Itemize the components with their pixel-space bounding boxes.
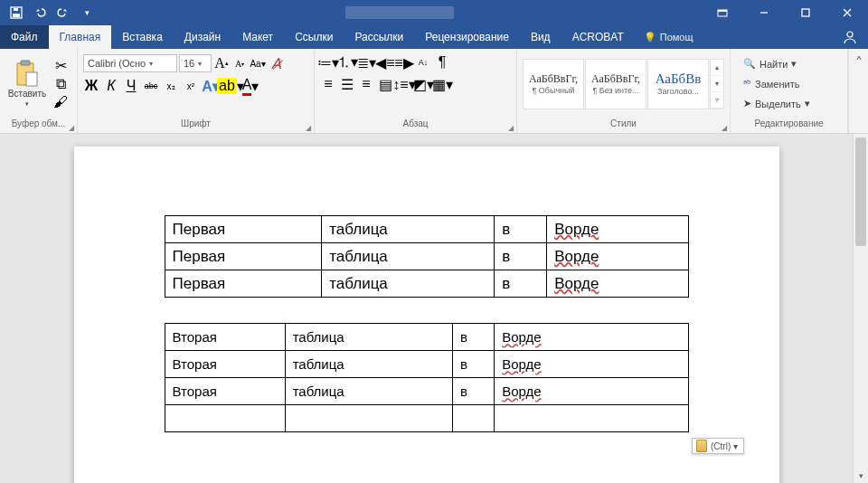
maximize-button[interactable] bbox=[785, 0, 826, 25]
group-styles: АаБбВвГг,¶ Обычный АаБбВвГг,¶ Без инте..… bbox=[517, 49, 731, 133]
strike-button[interactable]: abc bbox=[143, 78, 159, 94]
group-title-paragraph: Абзац◢ bbox=[315, 118, 516, 133]
workspace: Первая таблица в Ворде Первая таблица в … bbox=[0, 134, 868, 483]
table-row[interactable]: Вторая таблица в Ворде bbox=[165, 378, 688, 405]
find-button[interactable]: 🔍Найти ▾ bbox=[740, 55, 814, 73]
font-name-combo[interactable]: Calibri (Осно▾ bbox=[83, 54, 177, 72]
group-title-clipboard: Буфер обм...◢ bbox=[0, 118, 77, 133]
tab-references[interactable]: Ссылки bbox=[284, 25, 344, 49]
page[interactable]: Первая таблица в Ворде Первая таблица в … bbox=[74, 147, 779, 483]
account-button[interactable] bbox=[832, 25, 868, 49]
document-area[interactable]: Первая таблица в Ворде Первая таблица в … bbox=[0, 134, 853, 483]
tab-review[interactable]: Рецензирование bbox=[414, 25, 520, 49]
cut-button[interactable]: ✂ bbox=[52, 58, 69, 74]
subscript-button[interactable]: x₂ bbox=[163, 78, 179, 94]
numbering-button[interactable]: ⒈▾ bbox=[339, 54, 355, 71]
superscript-button[interactable]: x² bbox=[183, 78, 199, 94]
decrease-indent-button[interactable]: ◀≡ bbox=[377, 54, 393, 71]
format-painter-button[interactable]: 🖌 bbox=[52, 94, 69, 110]
styles-gallery[interactable]: АаБбВвГг,¶ Обычный АаБбВвГг,¶ Без инте..… bbox=[523, 54, 724, 114]
svg-rect-2 bbox=[14, 8, 18, 11]
tab-view[interactable]: Вид bbox=[520, 25, 561, 49]
tab-layout[interactable]: Макет bbox=[231, 25, 284, 49]
font-size-combo[interactable]: 16▾ bbox=[179, 54, 212, 72]
font-dialog-launcher[interactable]: ◢ bbox=[306, 124, 311, 132]
style-no-spacing[interactable]: АаБбВвГг,¶ Без инте... bbox=[585, 59, 646, 109]
tab-file[interactable]: Файл bbox=[0, 25, 49, 49]
justify-button[interactable]: ▤ bbox=[377, 76, 393, 92]
clipboard-dialog-launcher[interactable]: ◢ bbox=[69, 124, 74, 132]
svg-rect-1 bbox=[13, 14, 20, 17]
minimize-button[interactable] bbox=[743, 0, 785, 25]
cursor-icon: ➤ bbox=[743, 98, 751, 109]
table-row[interactable]: Первая таблица в Ворде bbox=[165, 216, 688, 243]
svg-rect-11 bbox=[21, 61, 30, 65]
select-button[interactable]: ➤Выделить ▾ bbox=[740, 95, 814, 113]
paste-icon bbox=[15, 60, 39, 87]
table-row[interactable]: Вторая таблица в Ворде bbox=[165, 351, 688, 378]
font-color-button[interactable]: A▾ bbox=[242, 78, 259, 94]
show-marks-button[interactable]: ¶ bbox=[434, 54, 450, 71]
change-case-button[interactable]: Aa▾ bbox=[250, 55, 266, 71]
increase-indent-button[interactable]: ≡▶ bbox=[396, 54, 412, 71]
tab-acrobat[interactable]: ACROBAT bbox=[561, 25, 635, 49]
scroll-down-button[interactable]: ▾ bbox=[854, 468, 868, 483]
redo-button[interactable] bbox=[52, 2, 74, 24]
qat-customize-button[interactable]: ▾ bbox=[76, 2, 98, 24]
tab-insert[interactable]: Вставка bbox=[111, 25, 174, 49]
ribbon-display-button[interactable] bbox=[702, 0, 743, 25]
tab-design[interactable]: Дизайн bbox=[174, 25, 231, 49]
shading-button[interactable]: ◩▾ bbox=[415, 76, 431, 92]
vertical-scrollbar[interactable]: ▴ ▾ bbox=[853, 134, 868, 483]
align-left-button[interactable]: ≡ bbox=[320, 76, 336, 92]
table-row[interactable] bbox=[165, 405, 688, 432]
underline-button[interactable]: Ч bbox=[123, 78, 139, 94]
window-controls bbox=[702, 0, 868, 25]
scroll-thumb[interactable] bbox=[855, 137, 866, 246]
replace-button[interactable]: ᵃᵇЗаменить bbox=[740, 75, 814, 93]
table-2[interactable]: Вторая таблица в Ворде Вторая таблица в … bbox=[165, 323, 689, 432]
grow-font-button[interactable]: A▴ bbox=[213, 55, 230, 71]
style-heading1[interactable]: АаБбВвЗаголово... bbox=[647, 59, 709, 109]
align-right-button[interactable]: ≡ bbox=[358, 76, 374, 92]
copy-button[interactable]: ⧉ bbox=[52, 76, 69, 92]
table-row[interactable]: Первая таблица в Ворде bbox=[165, 243, 688, 270]
shrink-font-button[interactable]: A▾ bbox=[231, 55, 248, 71]
group-title-font: Шрифт◢ bbox=[78, 118, 314, 133]
highlight-button[interactable]: ab▾ bbox=[222, 78, 239, 94]
replace-icon: ᵃᵇ bbox=[743, 78, 751, 90]
title-bar: ▾ bbox=[0, 0, 868, 25]
ribbon-tabs: Файл Главная Вставка Дизайн Макет Ссылки… bbox=[0, 25, 868, 49]
paste-options-tag[interactable]: (Ctrl) ▾ bbox=[692, 438, 744, 454]
bullets-button[interactable]: ≔▾ bbox=[320, 54, 336, 71]
group-title-styles: Стили◢ bbox=[517, 118, 730, 133]
tab-mailings[interactable]: Рассылки bbox=[344, 25, 414, 49]
align-center-button[interactable]: ☰ bbox=[339, 76, 355, 92]
multilevel-button[interactable]: ≣▾ bbox=[358, 54, 374, 71]
paragraph-dialog-launcher[interactable]: ◢ bbox=[508, 124, 514, 132]
group-paragraph: ≔▾ ⒈▾ ≣▾ ◀≡ ≡▶ A↓ ¶ ≡ ☰ ≡ ▤ ↕≡▾ ◩▾ ▦▾ Аб… bbox=[315, 49, 517, 133]
quick-access-toolbar: ▾ bbox=[0, 2, 98, 24]
tell-me-button[interactable]: 💡Помощ bbox=[635, 25, 703, 49]
table-row[interactable]: Вторая таблица в Ворде bbox=[165, 324, 688, 351]
sort-button[interactable]: A↓ bbox=[415, 54, 431, 71]
close-button[interactable] bbox=[826, 0, 868, 25]
tab-home[interactable]: Главная bbox=[49, 25, 112, 49]
borders-button[interactable]: ▦▾ bbox=[434, 76, 450, 92]
styles-dialog-launcher[interactable]: ◢ bbox=[722, 124, 727, 132]
styles-more-button[interactable]: ▴▾▿ bbox=[710, 59, 724, 109]
table-1[interactable]: Первая таблица в Ворде Первая таблица в … bbox=[165, 215, 689, 298]
italic-button[interactable]: К bbox=[103, 78, 119, 94]
bold-button[interactable]: Ж bbox=[83, 78, 99, 94]
undo-button[interactable] bbox=[29, 2, 51, 24]
clear-format-button[interactable]: A̷ bbox=[268, 55, 284, 71]
lightbulb-icon: 💡 bbox=[644, 32, 656, 43]
style-normal[interactable]: АаБбВвГг,¶ Обычный bbox=[523, 59, 584, 109]
paste-button[interactable]: Вставить ▾ bbox=[5, 54, 49, 114]
group-clipboard: Вставить ▾ ✂ ⧉ 🖌 Буфер обм...◢ bbox=[0, 49, 78, 133]
line-spacing-button[interactable]: ↕≡▾ bbox=[396, 76, 412, 92]
save-button[interactable] bbox=[5, 2, 27, 24]
collapse-ribbon-button[interactable]: ˄ bbox=[848, 49, 868, 133]
table-row[interactable]: Первая таблица в Ворде bbox=[165, 270, 688, 298]
ribbon: Вставить ▾ ✂ ⧉ 🖌 Буфер обм...◢ Calibri (… bbox=[0, 49, 868, 134]
